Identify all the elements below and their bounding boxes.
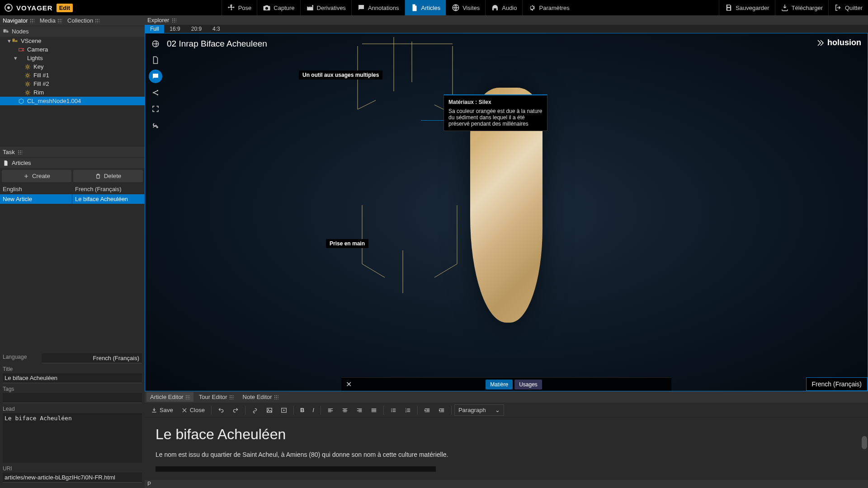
article-row[interactable]: New Article Le biface Acheuléen [0, 194, 145, 204]
file-icon [151, 56, 160, 64]
gear-icon [528, 4, 536, 12]
lead-textarea[interactable]: Le biface Acheuléen [3, 413, 142, 463]
tool-wrench[interactable] [149, 118, 162, 132]
article-fr[interactable]: Le biface Acheuléen [72, 194, 145, 204]
edit-badge: Edit [57, 4, 73, 12]
link-icon [252, 407, 258, 413]
uri-input[interactable] [3, 473, 142, 483]
align-right[interactable] [353, 405, 366, 416]
tab-tour-editor[interactable]: Tour Editor [195, 392, 237, 402]
language-select[interactable]: French (Français) [42, 353, 142, 363]
aspect-169[interactable]: 16:9 [164, 25, 185, 33]
collection-tab[interactable]: Collection [67, 17, 99, 24]
image-button[interactable] [263, 405, 276, 416]
annotation-popup[interactable]: Matériaux : Silex Sa couleur orangée est… [443, 94, 547, 131]
article-image-placeholder [156, 466, 436, 472]
tab-audio[interactable]: Audio [485, 0, 522, 15]
headphones-icon [491, 4, 499, 12]
tool-fullscreen[interactable] [149, 102, 162, 116]
editor-scrollbar[interactable] [862, 436, 867, 479]
aspect-full[interactable]: Full [145, 25, 164, 33]
tree-node[interactable]: Key [0, 62, 145, 71]
viewport-language[interactable]: French (Français) [806, 377, 868, 391]
viewport-3d[interactable]: 02 Inrap Biface Acheuleen holusion Un ou [145, 33, 868, 391]
top-tabs: Pose Capture Derivatives Annotations Art… [222, 0, 575, 15]
align-center[interactable] [338, 405, 352, 416]
close-icon [181, 407, 188, 413]
download-button[interactable]: Télécharger [775, 0, 828, 15]
tool-article[interactable] [149, 53, 162, 67]
editor-save[interactable]: Save [147, 404, 177, 416]
aspect-209[interactable]: 20:9 [186, 25, 207, 33]
tab-derivatives[interactable]: Derivatives [300, 0, 351, 15]
tab-settings[interactable]: Paramètres [522, 0, 575, 15]
tool-annotations[interactable] [149, 70, 162, 83]
float-tab-matiere[interactable]: Matière [486, 380, 513, 389]
voyager-icon [5, 4, 13, 12]
tool-globe[interactable] [149, 37, 162, 51]
editor-content[interactable]: Le biface Acheuléen Le nom est issu du q… [145, 418, 868, 480]
tab-article-editor[interactable]: Article Editor [146, 392, 193, 402]
article-paragraph[interactable]: Le nom est issu du quartier de Saint Ach… [156, 451, 857, 458]
image-icon [266, 407, 273, 413]
scene-tree[interactable]: ▾VSceneCamera▾LightsKeyFill #1Fill #2Rim… [0, 37, 145, 147]
paragraph-select[interactable]: Paragraph ⌄ [454, 404, 504, 416]
tree-node[interactable]: Camera [0, 45, 145, 54]
topbar: VOYAGER Edit Pose Capture Derivatives An… [0, 0, 868, 15]
align-justify[interactable] [367, 405, 381, 416]
exit-icon [834, 4, 842, 12]
create-button[interactable]: Create [2, 170, 71, 182]
tab-articles[interactable]: Articles [405, 0, 446, 15]
tab-capture[interactable]: Capture [257, 0, 300, 15]
list-ol[interactable]: 123 [401, 405, 415, 416]
save-down-icon [151, 407, 157, 413]
tab-note-editor[interactable]: Note Editor [239, 392, 282, 402]
delete-button[interactable]: Delete [73, 170, 143, 182]
tree-node[interactable]: Fill #1 [0, 71, 145, 80]
app-logo: VOYAGER Edit [0, 0, 77, 15]
exit-button[interactable]: Quitter [828, 0, 868, 15]
tree-node[interactable]: Fill #2 [0, 80, 145, 88]
save-button[interactable]: Sauvegarder [719, 0, 774, 15]
italic-button[interactable]: I [309, 404, 318, 416]
tags-input[interactable] [3, 393, 142, 403]
svg-point-2 [27, 66, 29, 68]
align-center-icon [342, 407, 348, 413]
tab-pose[interactable]: Pose [222, 0, 257, 15]
tree-node[interactable]: ▾VScene [0, 37, 145, 45]
floating-close[interactable]: ✕ [341, 378, 356, 390]
bold-button[interactable]: B [297, 404, 308, 416]
title-input[interactable] [3, 373, 142, 383]
svg-point-5 [27, 91, 29, 94]
link-button[interactable] [248, 405, 262, 416]
indent[interactable] [435, 405, 448, 416]
tool-share[interactable] [149, 86, 162, 99]
article-en[interactable]: New Article [0, 194, 72, 204]
redo-button[interactable] [229, 405, 242, 416]
annotation-top[interactable]: Un outil aux usages multiples [299, 70, 382, 80]
editor-close[interactable]: Close [178, 404, 208, 416]
list-ul[interactable] [387, 405, 400, 416]
float-tab-usages[interactable]: Usages [514, 380, 542, 389]
navigator-tab[interactable]: Navigator [3, 17, 34, 24]
svg-point-4 [27, 83, 29, 85]
tree-node[interactable]: Rim [0, 88, 145, 97]
globe-icon [452, 4, 460, 12]
tree-node[interactable]: CL_meshNode1.004 [0, 97, 145, 105]
undo-button[interactable] [214, 405, 228, 416]
media-tab[interactable]: Media [40, 17, 62, 24]
editor-tabs: Article Editor Tour Editor Note Editor [145, 391, 868, 403]
tree-node[interactable]: ▾Lights [0, 54, 145, 62]
indent-icon [439, 407, 445, 413]
article-heading[interactable]: Le biface Acheuléen [156, 426, 857, 443]
video-button[interactable] [277, 405, 291, 416]
tab-visites[interactable]: Visites [446, 0, 485, 15]
annotation-bottom[interactable]: Prise en main [326, 239, 368, 248]
outdent[interactable] [420, 405, 434, 416]
outdent-icon [424, 407, 430, 413]
align-left[interactable] [324, 405, 337, 416]
svg-point-14 [391, 410, 392, 411]
tab-annotations[interactable]: Annotations [351, 0, 405, 15]
globe-icon [151, 40, 160, 48]
aspect-43[interactable]: 4:3 [207, 25, 226, 33]
